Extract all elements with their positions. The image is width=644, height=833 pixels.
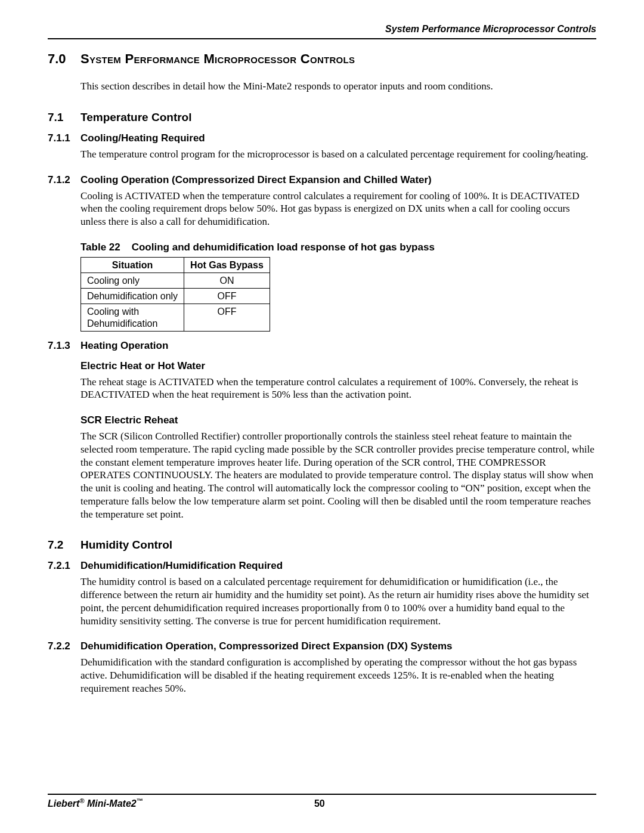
para-7-2-1: The humidity control is based on a calcu… (80, 575, 596, 627)
para-electric-heat: The reheat stage is ACTIVATED when the t… (80, 376, 596, 402)
section-number-7-0: 7.0 (48, 51, 80, 67)
section-title-7-1: Temperature Control (80, 111, 596, 124)
section-number-7-2-1: 7.2.1 (48, 560, 80, 572)
table-22-label: Table 22 (80, 241, 120, 253)
page-number: 50 (143, 798, 496, 809)
section-title-7-1-2: Cooling Operation (Compressorized Direct… (80, 174, 596, 186)
section-title-7-2-1: Dehumidification/Humidification Required (80, 560, 596, 572)
page-footer: Liebert® Mini-Mate2™ 50 Liebert® Mini-Ma… (48, 794, 596, 809)
table-22-header-situation: Situation (81, 257, 184, 272)
para-7-1-2: Cooling is ACTIVATED when the temperatur… (80, 190, 596, 228)
section-title-7-2: Humidity Control (80, 538, 596, 552)
table-row: Cooling withDehumidification OFF (81, 304, 270, 331)
footer-product: Liebert® Mini-Mate2™ (48, 797, 143, 809)
section-title-7-1-3: Heating Operation (80, 340, 596, 352)
footer-brand: Liebert (48, 798, 79, 809)
section-number-7-1: 7.1 (48, 111, 80, 124)
section-title-7-2-2: Dehumidification Operation, Compressoriz… (80, 640, 596, 652)
para-7-1-1: The temperature control program for the … (80, 148, 596, 161)
table-cell: Cooling withDehumidification (81, 304, 184, 331)
table-22-title: Cooling and dehumidification load respon… (132, 241, 435, 253)
subhead-scr-reheat: SCR Electric Reheat (80, 414, 596, 426)
table-cell: Cooling only (81, 272, 184, 288)
section-title-7-1-1: Cooling/Heating Required (80, 132, 596, 144)
section-number-7-2: 7.2 (48, 538, 80, 552)
section-number-7-1-3: 7.1.3 (48, 340, 80, 352)
table-cell: ON (184, 272, 270, 288)
bottom-rule (48, 794, 596, 795)
para-7-2-2: Dehumidification with the standard confi… (80, 656, 596, 695)
table-cell: OFF (184, 304, 270, 331)
trademark-icon: ™ (137, 797, 143, 804)
running-head: System Performance Microprocessor Contro… (48, 24, 596, 35)
table-row: Cooling only ON (81, 272, 270, 288)
table-cell: Dehumidification only (81, 289, 184, 304)
table-22-header-hotgas: Hot Gas Bypass (184, 257, 270, 272)
table-cell: OFF (184, 289, 270, 304)
table-22: Situation Hot Gas Bypass Cooling only ON… (80, 257, 270, 332)
section-number-7-1-2: 7.1.2 (48, 174, 80, 186)
intro-paragraph: This section describes in detail how the… (80, 80, 596, 93)
footer-model: Mini-Mate2 (85, 798, 137, 809)
section-title-7-0: System Performance Microprocessor Contro… (80, 51, 596, 67)
section-number-7-1-1: 7.1.1 (48, 132, 80, 144)
table-row: Dehumidification only OFF (81, 289, 270, 304)
table-22-caption: Table 22 Cooling and dehumidification lo… (80, 241, 596, 253)
para-scr-reheat: The SCR (Silicon Controlled Rectifier) c… (80, 430, 596, 521)
registered-icon: ® (79, 797, 84, 804)
top-rule (48, 38, 596, 39)
subhead-electric-heat: Electric Heat or Hot Water (80, 360, 596, 372)
section-number-7-2-2: 7.2.2 (48, 640, 80, 652)
